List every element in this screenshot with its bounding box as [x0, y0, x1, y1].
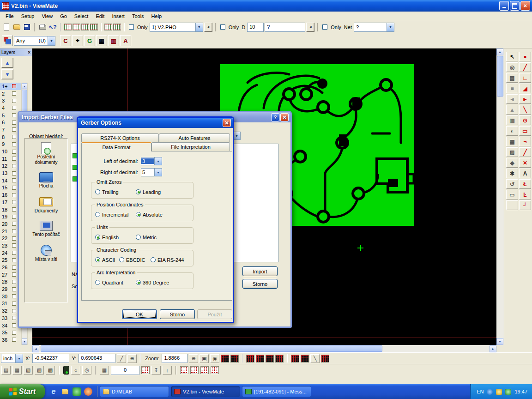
grid-icon[interactable] — [221, 355, 229, 363]
layer-up-button[interactable]: ▲ — [1, 58, 13, 68]
tool-a-button[interactable]: A — [120, 35, 131, 46]
tool-icon[interactable]: ▦ — [506, 137, 518, 146]
grid-icon[interactable] — [301, 355, 309, 363]
dcode-input[interactable]: 10 — [247, 23, 264, 32]
storno-button[interactable]: Storno — [160, 309, 195, 319]
radio-absolute[interactable]: Absolute — [136, 212, 163, 218]
tool-icon[interactable]: ▨ — [506, 147, 518, 157]
layer-color-swatch[interactable] — [12, 127, 16, 132]
grid-tool-icon[interactable]: ▦ — [96, 35, 107, 46]
folder-icon[interactable] — [61, 387, 69, 396]
layer-row[interactable]: 35 — [0, 329, 21, 336]
menu-item-edit[interactable]: Edit — [92, 12, 108, 20]
restore-button[interactable] — [510, 1, 520, 11]
layer-color-swatch[interactable] — [12, 309, 16, 313]
tool-icon[interactable]: ✕ — [519, 158, 531, 168]
tool-icon[interactable]: ▭ — [506, 190, 518, 200]
toolbar-grid-icon[interactable] — [113, 24, 121, 30]
scroll-left-icon[interactable]: ◄ — [32, 345, 39, 352]
radio-ascii[interactable]: ASCII — [95, 257, 119, 263]
layers-panel-header[interactable]: Layers × — [0, 48, 32, 56]
taskbar-item-mlab[interactable]: D:\MLAB — [100, 386, 169, 397]
layer-color-swatch[interactable] — [12, 272, 16, 277]
clock[interactable]: 19:47 — [514, 389, 527, 394]
radio-incremental[interactable]: Incremental — [95, 212, 136, 218]
only-layer-checkbox[interactable] — [129, 24, 134, 30]
layer-row[interactable]: 3 — [0, 97, 21, 104]
place-item[interactable]: Plocha — [26, 171, 66, 189]
context-help-icon[interactable]: ↖? — [48, 23, 57, 32]
zoom-field[interactable]: 1.8866 — [162, 354, 187, 363]
layer-color-swatch[interactable] — [12, 222, 16, 226]
chevron-down-icon[interactable]: ▼ — [154, 157, 162, 165]
tool-c-button[interactable]: C — [60, 35, 71, 46]
layer-color-swatch[interactable] — [12, 164, 16, 168]
crosshair-tool-icon[interactable]: ⌖ — [72, 35, 83, 46]
tool-g-button[interactable]: G — [84, 35, 95, 46]
tool-icon[interactable]: A — [519, 169, 531, 178]
taskbar-item-message[interactable]: [191-482-091] - Mess... — [242, 386, 311, 397]
layer-color-swatch[interactable] — [12, 243, 16, 248]
highlight-tool-icon[interactable]: ▥ — [108, 35, 119, 46]
horizontal-scrollbar[interactable]: ◄ ► — [32, 345, 496, 352]
layer-row[interactable]: 1+ — [0, 83, 21, 90]
layer-row[interactable]: 4 — [0, 104, 21, 112]
close-button[interactable]: ✕ — [520, 1, 530, 11]
tool-icon[interactable]: ∟ — [519, 73, 531, 83]
menu-item-file[interactable]: File — [2, 12, 18, 20]
right-of-decimal-combo[interactable]: 5 ▼ — [141, 168, 162, 176]
scroll-up-icon[interactable]: ▲ — [496, 48, 503, 55]
tool-icon[interactable]: ╲ — [519, 105, 531, 115]
tool-icon[interactable]: ◎ — [506, 62, 518, 72]
dcode-shape-field[interactable]: ? — [265, 23, 305, 32]
layer-color-swatch[interactable] — [12, 207, 16, 212]
grid-icon[interactable] — [275, 355, 284, 363]
gerber-options-titlebar[interactable]: Gerber Options ✕ — [78, 118, 233, 128]
target-tool-icon[interactable]: ⊕ — [127, 354, 137, 363]
radio-metric[interactable]: Metric — [136, 235, 157, 240]
dot-grid-icon[interactable] — [211, 366, 219, 374]
tool-icon[interactable]: ⊙ — [519, 115, 531, 125]
measure-tool-icon[interactable]: ╱ — [117, 354, 126, 363]
layer-color-swatch[interactable] — [12, 331, 16, 335]
tool-icon[interactable]: ✱ — [506, 169, 518, 178]
prev-layer-button[interactable]: ◄ — [204, 23, 212, 32]
layer-color-swatch[interactable] — [12, 178, 16, 182]
tool-icon[interactable]: Ŀ — [519, 190, 531, 200]
layer-color-swatch[interactable] — [12, 121, 16, 125]
title-bar[interactable]: V2.bin - ViewMate ✕ — [0, 0, 532, 12]
layer-color-swatch[interactable] — [12, 157, 16, 161]
only-dcode-checkbox[interactable] — [220, 24, 225, 30]
storno-button[interactable]: Storno — [242, 279, 278, 289]
menu-item-insert[interactable]: Insert — [108, 12, 128, 20]
layers-stack-icon[interactable]: ▩ — [46, 366, 55, 375]
grid-icon[interactable] — [246, 355, 254, 363]
place-item[interactable]: Dokumenty — [26, 195, 66, 214]
help-icon[interactable]: ? — [271, 113, 279, 121]
tool-icon[interactable]: ▭ — [519, 126, 531, 136]
any-filter-combo[interactable]: Any (U) ▼ — [14, 36, 55, 46]
menu-item-select[interactable]: Select — [71, 12, 92, 20]
tool-icon[interactable]: ◐ — [506, 126, 518, 136]
dot-grid-icon[interactable] — [180, 366, 188, 374]
layer-color-swatch[interactable] — [12, 266, 16, 270]
scroll-up-icon[interactable]: ▲ — [22, 83, 27, 89]
close-icon[interactable]: ✕ — [280, 113, 289, 121]
toolbar-grid-icon[interactable] — [64, 24, 72, 30]
internet-explorer-icon[interactable]: e — [49, 387, 58, 396]
save-file-icon[interactable] — [22, 23, 31, 32]
menu-item-go[interactable]: Go — [56, 12, 71, 20]
green-app-icon[interactable] — [73, 387, 81, 396]
tool-icon[interactable]: ▤ — [506, 73, 518, 83]
layer-color-swatch[interactable] — [12, 316, 16, 320]
zoom-select-icon[interactable]: ◉ — [210, 354, 219, 363]
minimize-button[interactable] — [499, 1, 509, 11]
layer-color-swatch[interactable] — [12, 229, 16, 233]
layer-color-swatch[interactable] — [12, 99, 16, 103]
dcode-count-field[interactable]: 0 — [111, 366, 139, 375]
toolbar-grid-icon[interactable] — [104, 24, 112, 30]
tool-icon[interactable]: ▥ — [506, 115, 518, 125]
close-icon[interactable]: ✕ — [223, 119, 231, 127]
tab-auto-features[interactable]: Auto Features — [159, 133, 230, 142]
layer-color-swatch[interactable] — [12, 215, 16, 219]
